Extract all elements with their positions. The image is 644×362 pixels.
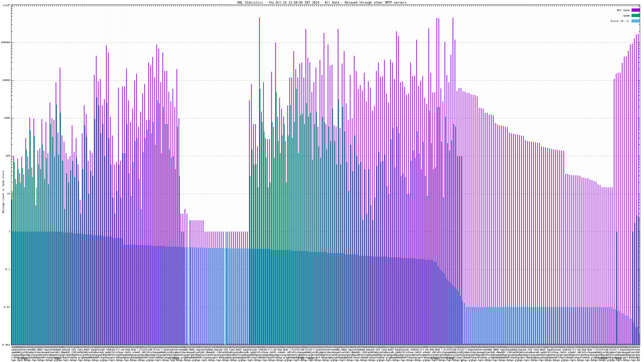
y-tick-label: 1x106 — [0, 3, 10, 7]
legend-item-spam: Spam — [610, 14, 640, 17]
y-tick-label: 0.01 — [0, 306, 10, 309]
rbl-statistics-chart: RBL Statistics - Thu Oct 24 12:58:05 EDT… — [0, 0, 644, 362]
x-axis-label: 5 hops — [51, 357, 61, 360]
y-tick-label: 10000 — [0, 79, 10, 82]
y-axis-title: Message Count or Spam Score — [2, 171, 5, 213]
x-axis-label: 1 Hop — [446, 357, 454, 360]
x-axis-label: 4 — [461, 360, 462, 362]
x-axis-label-row: spamhmkbjsstdbjsmbprelsberakseywblsselds… — [11, 351, 640, 354]
x-axis-label-row: 2@2@8@9@8@2@10@2@2@2@2@4@6@2@2@4@3@2@4@2… — [11, 346, 640, 349]
y-tick-label: 0.001 — [0, 344, 10, 346]
y-tick-label: 1000 — [0, 117, 10, 119]
legend-item-score: Score (0..1) — [610, 19, 640, 22]
x-axis-label: 1 Ho — [298, 357, 304, 360]
y-tick-label: 0.1 — [0, 268, 10, 271]
legend-label: Score (0..1) — [610, 19, 630, 22]
x-axis-label: 5 hop — [431, 357, 438, 360]
legend: Not Spam Spam Score (0..1) — [610, 8, 640, 25]
x-axis-label: 5 hops — [598, 357, 607, 360]
x-axis-label-row: hops hopts Bohops hops Bohops Bohops grg… — [11, 359, 640, 362]
y-tick-label: 100 — [0, 154, 10, 157]
legend-label: Spam — [623, 14, 630, 17]
y-tick-label: 100000 — [0, 41, 10, 44]
score-swatch — [632, 19, 640, 22]
plot-svg — [0, 0, 644, 362]
y-tick-label: 1 — [0, 230, 10, 233]
x-axis-label-row: zezen2zenYzerrezenbbb.lWdsb registetsbsb… — [11, 349, 640, 351]
x-axis-label-row: orgshgsudbgsudagrorgrgcometenetorgbeatet… — [11, 354, 640, 356]
x-axis-label-row: 4 Bohopsdghoprg5obopbdgobohdFichopsliBoH… — [11, 356, 640, 359]
legend-item-not-spam: Not Spam — [610, 8, 640, 12]
x-axis-label: 2 hops — [612, 357, 621, 360]
spam-swatch — [632, 14, 640, 17]
x-axis-label: hop — [308, 357, 313, 360]
x-axis-label: 5 hops — [169, 357, 178, 360]
x-axis-label: 2 hops — [18, 357, 28, 360]
not-spam-swatch — [632, 8, 640, 12]
legend-label: Not Spam — [617, 9, 630, 12]
